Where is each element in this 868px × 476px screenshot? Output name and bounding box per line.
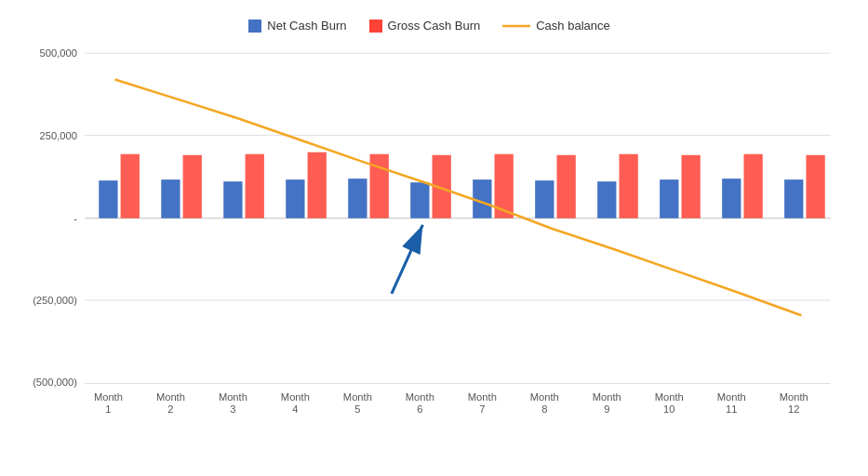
bar-net-9 xyxy=(597,181,616,218)
x-label-8b: 8 xyxy=(541,403,547,415)
chart-svg: 500,000 250,000 - (250,000) (500,000) xyxy=(19,42,840,423)
bar-gross-3 xyxy=(246,154,264,218)
x-label-1: Month xyxy=(94,391,123,403)
bar-net-8 xyxy=(535,180,554,218)
bar-gross-4 xyxy=(308,152,327,218)
legend-swatch-net xyxy=(248,20,261,33)
y-label-500k: 500,000 xyxy=(40,47,77,59)
bar-gross-9 xyxy=(620,154,638,218)
x-label-12b: 12 xyxy=(788,403,799,415)
x-label-10b: 10 xyxy=(663,403,674,415)
x-label-11: Month xyxy=(717,391,746,403)
bar-net-11 xyxy=(722,178,741,218)
bar-net-2 xyxy=(161,179,180,218)
annotation-arrow xyxy=(392,225,422,294)
bar-net-3 xyxy=(223,181,242,218)
x-label-4b: 4 xyxy=(292,403,298,415)
y-label-neg250k: (250,000) xyxy=(33,295,77,306)
legend-item-gross: Gross Cash Burn xyxy=(369,19,481,33)
x-label-9b: 9 xyxy=(604,403,609,415)
legend-swatch-gross xyxy=(369,20,382,33)
chart-legend: Net Cash Burn Gross Cash Burn Cash balan… xyxy=(19,19,840,33)
bar-net-12 xyxy=(784,179,803,218)
x-label-6: Month xyxy=(406,391,434,403)
y-label-neg500k: (500,000) xyxy=(33,377,77,388)
x-label-12: Month xyxy=(780,391,808,403)
x-label-7b: 7 xyxy=(479,403,485,415)
bar-gross-5 xyxy=(370,154,389,218)
y-label-250k: 250,000 xyxy=(40,130,77,141)
x-label-9: Month xyxy=(593,391,621,403)
x-label-8: Month xyxy=(530,391,559,403)
x-label-7: Month xyxy=(468,391,497,403)
bar-net-10 xyxy=(660,179,678,218)
x-label-2b: 2 xyxy=(167,403,173,415)
bar-net-4 xyxy=(286,179,304,218)
x-label-5b: 5 xyxy=(354,403,360,415)
svg-rect-1 xyxy=(369,20,382,33)
legend-item-net: Net Cash Burn xyxy=(248,19,346,33)
legend-swatch-cash xyxy=(502,22,530,30)
legend-label-gross: Gross Cash Burn xyxy=(388,19,481,33)
bar-gross-1 xyxy=(121,154,140,218)
x-label-1b: 1 xyxy=(105,403,111,415)
x-label-2: Month xyxy=(156,391,185,403)
bar-net-1 xyxy=(99,180,117,218)
legend-item-cash: Cash balance xyxy=(502,19,610,33)
x-label-3b: 3 xyxy=(230,403,235,415)
bar-gross-10 xyxy=(681,155,700,218)
x-label-11b: 11 xyxy=(726,403,737,415)
y-label-0: - xyxy=(73,213,77,224)
bar-gross-2 xyxy=(183,155,202,218)
bar-gross-12 xyxy=(806,155,824,218)
legend-label-net: Net Cash Burn xyxy=(267,19,346,33)
x-label-6b: 6 xyxy=(417,403,422,415)
x-label-10: Month xyxy=(655,391,684,403)
bar-gross-11 xyxy=(743,154,762,218)
legend-label-cash: Cash balance xyxy=(536,19,610,33)
bar-net-6 xyxy=(410,182,429,218)
x-label-4: Month xyxy=(281,391,310,403)
x-label-5: Month xyxy=(343,391,372,403)
chart-area: 500,000 250,000 - (250,000) (500,000) xyxy=(19,42,840,423)
bar-gross-8 xyxy=(557,155,576,218)
x-label-3: Month xyxy=(219,391,247,403)
bar-net-5 xyxy=(348,178,367,218)
chart-container: Net Cash Burn Gross Cash Burn Cash balan… xyxy=(0,0,868,476)
svg-rect-0 xyxy=(248,20,261,33)
